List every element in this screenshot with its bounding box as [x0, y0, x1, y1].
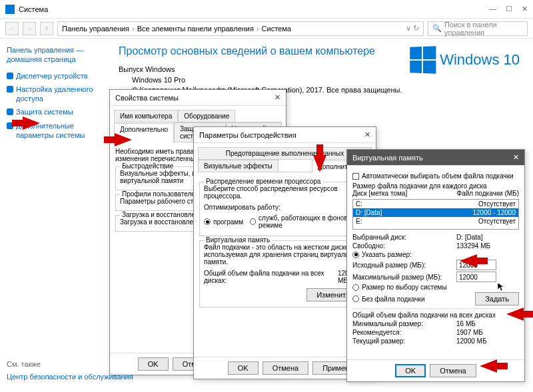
virtual-memory-group: Виртуальная память Файл подкачки - это о…: [199, 240, 370, 307]
annotation-arrow: [313, 155, 326, 172]
processor-group: Распределение времени процессора Выберит…: [199, 182, 370, 236]
close-icon[interactable]: ✕: [364, 130, 370, 139]
ok-button[interactable]: OK: [395, 364, 426, 377]
edition-value: Windows 10 Pro: [132, 76, 520, 84]
breadcrumb-item[interactable]: Система: [262, 25, 291, 33]
annotation-arrow: [115, 133, 132, 146]
set-button[interactable]: Задать: [475, 292, 519, 305]
radio-system-size[interactable]: Размер по выбору системы: [352, 284, 519, 291]
window-title: Система: [19, 5, 48, 13]
max-size-input[interactable]: [456, 272, 496, 282]
ok-button[interactable]: OK: [228, 361, 259, 375]
window-titlebar: Система — ☐ ✕: [0, 0, 533, 19]
selected-drive: D: [Data]: [456, 234, 482, 241]
auto-manage-checkbox[interactable]: Автоматически выбирать объем файла подка…: [352, 172, 519, 180]
dialog-title: Свойства системы: [115, 94, 179, 102]
tab-visual[interactable]: Визуальные эффекты: [198, 160, 278, 172]
sidebar-home-link[interactable]: Панель управления — домашняя страница: [7, 45, 99, 65]
maximize-button[interactable]: ☐: [506, 5, 512, 13]
close-button[interactable]: ✕: [522, 5, 528, 13]
dialog-title: Параметры быстродействия: [199, 131, 296, 139]
list-item: E:Отсутствует: [353, 217, 518, 226]
cursor-icon: [497, 282, 506, 292]
drive-list[interactable]: C:Отсутствует D: [Data]12000 - 12000 E:О…: [352, 199, 519, 230]
size-label: Размер файла подкачки для каждого диска: [352, 182, 519, 190]
dialog-title: Виртуальная память: [352, 154, 423, 162]
annotation-arrow: [23, 116, 40, 130]
annotation-arrow: [506, 307, 524, 321]
sidebar: Панель управления — домашняя страница Ди…: [0, 39, 105, 391]
radio-custom-size[interactable]: Указать размер:: [352, 251, 519, 258]
list-item: C:Отсутствует: [353, 200, 518, 208]
radio-no-pagefile[interactable]: Без файла подкачки: [352, 295, 425, 303]
radio-programs[interactable]: программ: [204, 214, 243, 229]
close-icon[interactable]: ✕: [274, 93, 280, 102]
sidebar-item-device-manager[interactable]: Диспетчер устройств: [7, 71, 99, 81]
virtual-memory-dialog: Виртуальная память✕ Автоматически выбира…: [346, 149, 525, 382]
search-input[interactable]: 🔍 Поиск в панели управления: [428, 21, 528, 36]
ok-button[interactable]: OK: [138, 357, 169, 371]
cancel-button[interactable]: Отмена: [263, 361, 308, 375]
forward-button[interactable]: →: [23, 22, 36, 35]
tab-hardware[interactable]: Оборудование: [178, 110, 235, 122]
free-space: 133294 МБ: [456, 242, 490, 250]
breadcrumb-item[interactable]: Все элементы панели управления: [137, 25, 254, 33]
annotation-arrow: [460, 254, 477, 268]
back-button[interactable]: ←: [5, 22, 19, 35]
list-item: D: [Data]12000 - 12000: [353, 208, 518, 217]
cancel-button[interactable]: Отмена: [430, 364, 476, 377]
minimize-button[interactable]: —: [489, 5, 496, 13]
total-label: Общий объем файла подкачки на всех диска…: [352, 311, 519, 319]
close-icon[interactable]: ✕: [513, 153, 519, 162]
nav-toolbar: ← → ↑ Панель управления› Все элементы па…: [0, 19, 533, 39]
sidebar-item-protection[interactable]: Защита системы: [7, 107, 99, 116]
tab-dep[interactable]: Предотвращение выполнения данных: [198, 147, 372, 159]
tab-computer-name[interactable]: Имя компьютера: [114, 110, 178, 122]
sidebar-item-remote[interactable]: Настройка удаленного доступа: [7, 85, 99, 104]
system-icon: [5, 5, 15, 14]
up-button[interactable]: ↑: [40, 22, 53, 35]
breadcrumb-item[interactable]: Панель управления: [62, 25, 129, 33]
breadcrumb[interactable]: Панель управления› Все элементы панели у…: [57, 21, 424, 36]
annotation-arrow: [480, 359, 497, 373]
windows-logo: Windows 10: [409, 47, 520, 73]
